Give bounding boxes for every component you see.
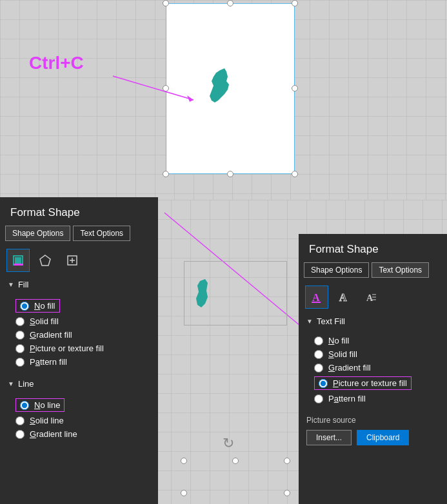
- tf-solid-option: Solid fill: [314, 347, 439, 361]
- line-section-content: No line Solid line Gradient line: [0, 394, 158, 446]
- text-effects-icon-btn[interactable]: A: [359, 286, 382, 309]
- format-shape-panel-right: Format Shape Shape Options Text Options …: [299, 234, 447, 504]
- tf-pattern-radio[interactable]: [314, 394, 323, 403]
- tf-picture-selected-box: Picture or texture fill: [314, 376, 412, 390]
- size-icon: [66, 254, 79, 267]
- picture-source-label: Picture source: [306, 416, 439, 425]
- size-icon-btn[interactable]: [61, 249, 84, 272]
- line-gradient-label: Gradient line: [30, 429, 77, 439]
- picture-source-buttons: Insert... Clipboard: [306, 430, 439, 445]
- text-fill-icon-btn[interactable]: A: [305, 286, 328, 309]
- line-solid-radio[interactable]: [15, 416, 25, 425]
- line-no-line-radio[interactable]: [20, 401, 29, 410]
- tf-picture-radio[interactable]: [319, 379, 328, 388]
- fill-header-label: Fill: [18, 280, 29, 289]
- tab-shape-options-left[interactable]: Shape Options: [5, 226, 70, 241]
- svg-text:A: A: [312, 292, 320, 303]
- handle2-mr: [284, 490, 290, 496]
- handle-bl: [163, 171, 169, 177]
- fill-no-fill-label: No fill: [34, 301, 55, 311]
- line-solid-label: Solid line: [30, 416, 64, 425]
- tf-solid-radio[interactable]: [314, 350, 323, 359]
- handle-mr: [292, 85, 298, 92]
- handle-tl: [163, 0, 169, 6]
- fill-pattern-label: Pattern fill: [30, 357, 67, 367]
- tf-solid-label: Solid fill: [328, 349, 357, 359]
- panel-left-tabs: Shape Options Text Options: [0, 226, 158, 246]
- tf-gradient-label: Gradient fill: [328, 363, 371, 373]
- fill-pattern-option: Pattern fill: [15, 355, 150, 369]
- fill-gradient-radio[interactable]: [15, 331, 25, 340]
- text-fill-chevron: ▼: [306, 318, 313, 325]
- fill-solid-radio[interactable]: [15, 317, 25, 326]
- tab-shape-options-right[interactable]: Shape Options: [304, 262, 369, 278]
- fill-chevron: ▼: [8, 281, 14, 288]
- handle2-tr: [284, 458, 290, 464]
- tf-pattern-label: Pattern fill: [328, 394, 366, 403]
- line-no-line-option: No line: [15, 396, 150, 414]
- line-section-header[interactable]: ▼ Line: [0, 374, 158, 394]
- line-no-line-label: No line: [34, 400, 60, 410]
- fill-section-header[interactable]: ▼ Fill: [0, 275, 158, 295]
- fill-no-fill-option: No fill: [15, 297, 150, 315]
- small-teal-shape: [192, 278, 210, 310]
- fill-picture-option: Picture or texture fill: [15, 342, 150, 355]
- format-shape-panel-left: Format Shape Shape Options Text Options: [0, 197, 158, 504]
- text-fill-section-header[interactable]: ▼ Text Fill: [299, 311, 447, 331]
- tab-text-options-left[interactable]: Text Options: [73, 226, 130, 241]
- rotate-icon: ↻: [223, 435, 234, 452]
- canvas-top: Ctrl+C: [0, 0, 447, 200]
- line-header-label: Line: [18, 379, 34, 389]
- effects-icon-btn[interactable]: [34, 249, 57, 272]
- handle-ml: [163, 85, 169, 92]
- text-fill-header-label: Text Fill: [317, 316, 345, 326]
- fill-gradient-label: Gradient fill: [30, 330, 72, 340]
- tf-picture-label: Picture or texture fill: [333, 378, 407, 388]
- text-outline-icon-btn[interactable]: A: [332, 286, 355, 309]
- fill-gradient-option: Gradient fill: [15, 328, 150, 342]
- second-shape: [184, 261, 287, 325]
- line-no-line-box: No line: [15, 398, 65, 412]
- fill-pattern-radio[interactable]: [15, 358, 25, 367]
- line-solid-option: Solid line: [15, 414, 150, 427]
- line-chevron: ▼: [8, 380, 14, 387]
- svg-rect-11: [312, 302, 321, 303]
- tf-no-fill-radio[interactable]: [314, 336, 323, 345]
- svg-marker-6: [40, 255, 50, 266]
- fill-icon: [12, 254, 25, 267]
- tf-picture-option: Picture or texture fill: [314, 374, 439, 392]
- handle-bm: [227, 171, 233, 177]
- fill-no-fill-radio[interactable]: [20, 302, 29, 311]
- panel-left-title: Format Shape: [0, 197, 158, 226]
- picture-source-section: Picture source Insert... Clipboard: [299, 411, 447, 451]
- fill-solid-option: Solid fill: [15, 315, 150, 328]
- text-fill-icon: A: [310, 291, 323, 304]
- main-shape: [166, 3, 295, 174]
- fill-picture-label: Picture or texture fill: [30, 344, 104, 353]
- text-effects-icon: A: [364, 291, 377, 304]
- tf-gradient-option: Gradient fill: [314, 361, 439, 374]
- handle2-tm: [232, 458, 239, 464]
- tf-no-fill-label: No fill: [328, 336, 350, 345]
- insert-button[interactable]: Insert...: [306, 430, 352, 445]
- fill-section-content: No fill Solid fill Gradient fill Picture…: [0, 295, 158, 374]
- panel-right-icons: A A A: [299, 283, 447, 311]
- fill-line-icon-btn[interactable]: [6, 249, 30, 272]
- california-svg: [202, 65, 234, 110]
- tf-no-fill-option: No fill: [314, 334, 439, 347]
- tab-text-options-right[interactable]: Text Options: [372, 262, 429, 278]
- panel-left-icons: [0, 246, 158, 275]
- line-gradient-radio[interactable]: [15, 430, 25, 439]
- effects-icon: [39, 254, 52, 267]
- svg-text:A: A: [339, 292, 347, 303]
- tf-gradient-radio[interactable]: [314, 363, 323, 373]
- clipboard-button[interactable]: Clipboard: [357, 430, 409, 445]
- handle2-tl: [181, 458, 187, 464]
- text-fill-section-content: No fill Solid fill Gradient fill Picture…: [299, 331, 447, 411]
- svg-rect-5: [14, 264, 23, 266]
- panel-right-tabs: Shape Options Text Options: [299, 262, 447, 283]
- fill-solid-label: Solid fill: [30, 316, 59, 326]
- line-gradient-option: Gradient line: [15, 427, 150, 441]
- fill-picture-radio[interactable]: [15, 344, 25, 353]
- handle-tm: [227, 0, 233, 6]
